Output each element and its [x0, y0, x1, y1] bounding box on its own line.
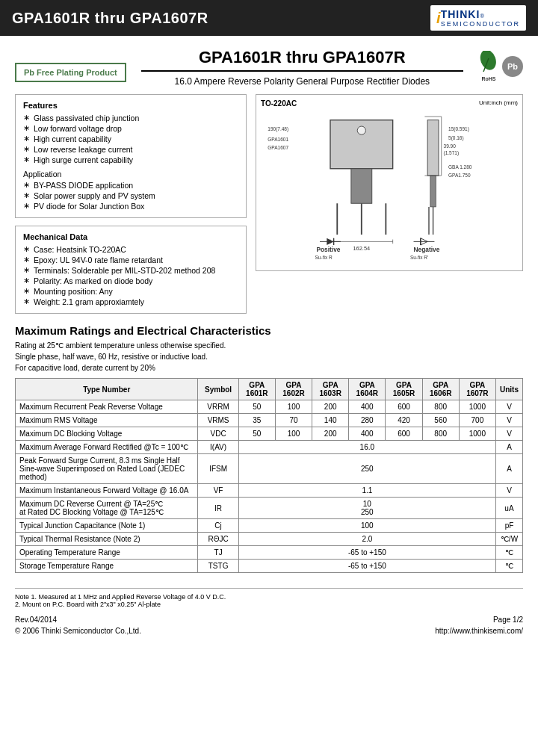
svg-text:39.90: 39.90 [444, 143, 457, 149]
svg-text:Negative: Negative [414, 246, 440, 253]
subtitle: 16.0 Ampere Reverse Polarity General Pur… [141, 76, 463, 87]
row-unit: V [495, 414, 522, 427]
table-row: Maximum Instantaneous Forward Voltage @ … [16, 484, 523, 498]
row-unit: ℃ [495, 546, 522, 560]
app-item: PV diode for Solar Junction Box [23, 201, 238, 211]
row-unit: V [495, 400, 522, 414]
svg-text:Su-fix R': Su-fix R' [410, 255, 428, 260]
svg-text:GPA1607: GPA1607 [268, 145, 288, 150]
row-name: Typical Junction Capacitance (Note 1) [16, 519, 198, 533]
footnote-1: Note 1. Measured at 1 MHz and Applied Re… [15, 593, 523, 601]
two-col-layout: Features Glass passivated chip junction … [15, 94, 523, 314]
svg-text:190(7.48): 190(7.48) [268, 126, 288, 132]
table-row: Maximum DC Reverse Current @ TA=25℃ at R… [16, 498, 523, 519]
row-val: 800 [422, 427, 459, 441]
row-symbol: RΘJC [198, 533, 238, 546]
copyright: © 2006 Thinki Semiconductor Co.,Ltd. [15, 627, 141, 635]
row-unit: A [495, 441, 522, 454]
svg-text:162.54: 162.54 [353, 245, 370, 252]
logo-box: i THINKI® SEMICONDUCTOR [430, 5, 526, 31]
pb-free-badge: Pb Free Plating Product [15, 48, 126, 82]
top-section: Pb Free Plating Product GPA1601R thru GP… [15, 48, 523, 87]
row-symbol: TJ [198, 546, 238, 560]
col-header-type: Type Number [16, 379, 198, 400]
application-list: BY-PASS DIODE application Solar power su… [23, 180, 238, 211]
svg-text:Positive: Positive [316, 246, 340, 253]
part-number-title: GPA1601R thru GPA1607R [141, 48, 463, 72]
table-row: Storage Temperature Range TSTG -65 to +1… [16, 560, 523, 573]
row-name: Maximum DC Reverse Current @ TA=25℃ at R… [16, 498, 198, 519]
row-val: 200 [312, 427, 349, 441]
center-title-block: GPA1601R thru GPA1607R 16.0 Ampere Rever… [126, 48, 478, 87]
svg-marker-26 [327, 238, 333, 245]
logo-r: ® [480, 13, 484, 19]
svg-rect-13 [430, 176, 436, 207]
mech-item: Epoxy: UL 94V-0 rate flame retardant [23, 255, 238, 265]
mechanical-box: Mechanical Data Case: Heatsink TO-220AC … [15, 226, 247, 314]
col-header-1605r: GPA 1605R [386, 379, 422, 400]
features-box: Features Glass passivated chip junction … [15, 94, 247, 218]
diagram-unit: Unit:inch (mm) [479, 99, 518, 106]
feature-item: High current capability [23, 134, 238, 144]
feature-item: Low reverse leakage current [23, 144, 238, 155]
row-val: 600 [386, 400, 422, 414]
pb-badge-label: Pb Free Plating Product [15, 63, 126, 82]
row-val: 800 [422, 400, 459, 414]
logo-name: THINKI [441, 8, 480, 20]
row-val: 140 [312, 414, 349, 427]
row-val-span: -65 to +150 [238, 560, 495, 573]
row-symbol: IFSM [198, 454, 238, 484]
row-val: 1000 [459, 400, 495, 414]
col-header-1606r: GPA 1606R [422, 379, 459, 400]
feature-item: Glass passivated chip junction [23, 113, 238, 123]
row-val-span: 16.0 [238, 441, 495, 454]
col-header-1607r: GPA 1607R [459, 379, 495, 400]
svg-text:GPA1.750: GPA1.750 [448, 173, 471, 178]
mech-item: Polarity: As marked on diode body [23, 276, 238, 286]
ratings-section: Maximum Ratings and Electrical Character… [15, 324, 523, 573]
mech-item: Weight: 2.1 gram approxiamtely [23, 297, 238, 307]
technical-drawing: 162.54 15(0.591) 5(0.16) GBA 1.280 GPA1.… [261, 108, 518, 264]
row-val-span: 10 250 [238, 498, 495, 519]
features-list: Glass passivated chip junction Low forwa… [23, 113, 238, 165]
row-symbol: VRMS [198, 414, 238, 427]
rev-label: Rev.04/2014 [15, 616, 141, 624]
row-val-span: 1.1 [238, 484, 495, 498]
row-val: 50 [238, 400, 275, 414]
footer-left: Rev.04/2014 © 2006 Thinki Semiconductor … [15, 616, 141, 635]
top-right-icons: RoHS Pb [478, 48, 523, 81]
row-unit: A [495, 454, 522, 484]
app-label: Application [23, 170, 238, 179]
row-name: Peak Forward Surge Current, 8.3 ms Singl… [16, 454, 198, 484]
col-header-1601r: GPA 1601R [238, 379, 275, 400]
row-val: 70 [275, 414, 312, 427]
table-row: Peak Forward Surge Current, 8.3 ms Singl… [16, 454, 523, 484]
svg-rect-12 [427, 120, 439, 176]
table-row: Operating Temperature Range TJ -65 to +1… [16, 546, 523, 560]
svg-text:GBA 1.280: GBA 1.280 [448, 164, 472, 170]
row-symbol: VRRM [198, 400, 238, 414]
footer-notes: Note 1. Measured at 1 MHz and Applied Re… [15, 593, 523, 608]
left-col: Features Glass passivated chip junction … [15, 94, 247, 314]
svg-point-0 [478, 51, 499, 72]
row-val: 600 [386, 427, 422, 441]
col-header-1602r: GPA 1602R [275, 379, 312, 400]
footer-bottom: Rev.04/2014 © 2006 Thinki Semiconductor … [15, 616, 523, 635]
main-content: Pb Free Plating Product GPA1601R thru GP… [0, 36, 538, 647]
pb-icon: Pb [502, 56, 523, 77]
row-val: 200 [312, 400, 349, 414]
svg-point-7 [357, 126, 365, 134]
row-name: Maximum Average Forward Rectified @Tc = … [16, 441, 198, 454]
row-val: 700 [459, 414, 495, 427]
svg-text:15(0.591): 15(0.591) [448, 126, 469, 132]
mechanical-title: Mechanical Data [23, 232, 238, 241]
col-header-1603r: GPA 1603R [312, 379, 349, 400]
row-symbol: TSTG [198, 560, 238, 573]
svg-text:5(0.16): 5(0.16) [448, 135, 464, 141]
diagram-box: TO-220AC Unit:inch (mm) [256, 94, 523, 271]
table-row: Maximum RMS Voltage VRMS 35 70 140 280 4… [16, 414, 523, 427]
table-row: Typical Junction Capacitance (Note 1) Cj… [16, 519, 523, 533]
footer-right: Page 1/2 http://www.thinkisemi.com/ [435, 616, 523, 635]
mech-item: Mounting position: Any [23, 286, 238, 297]
row-val: 100 [275, 427, 312, 441]
